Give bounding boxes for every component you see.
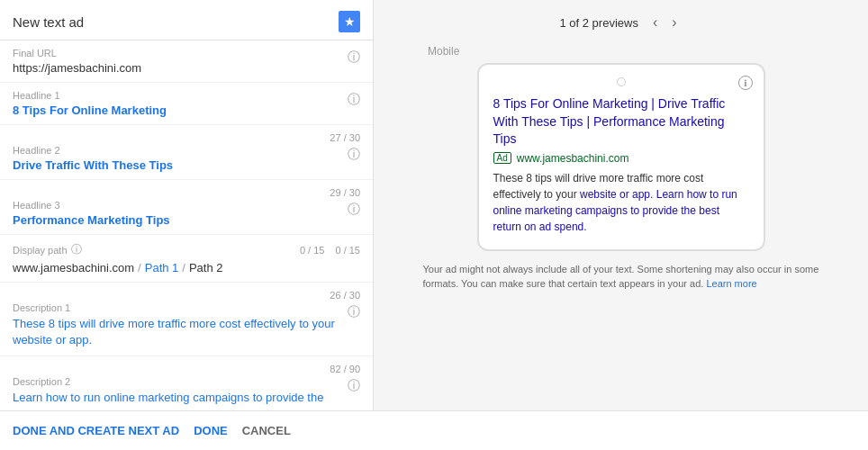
path2-value[interactable]: Path 2 [189, 261, 223, 274]
headline2-counter: 27 / 30 [13, 132, 360, 143]
done-button[interactable]: DONE [194, 420, 228, 441]
headline1-main: Headline 1 8 Tips For Online Marketing [13, 90, 340, 117]
headline3-section: 29 / 30 Headline 3 Performance Marketing… [0, 180, 373, 235]
phone-frame: ℹ 8 Tips For Online Marketing | Drive Tr… [477, 63, 765, 251]
preview-count: 1 of 2 previews [559, 16, 637, 30]
headline3-label: Headline 3 [13, 200, 340, 211]
footer: DONE AND CREATE NEXT AD DONE CANCEL [0, 410, 868, 450]
description1-main: Description 1 These 8 tips will drive mo… [13, 302, 340, 348]
final-url-row: Final URL https://jamesbachini.com ⓘ [13, 48, 360, 75]
display-path-help-icon[interactable]: ⓘ [71, 242, 82, 257]
ad-display-url: www.jamesbachini.com [517, 152, 629, 165]
headline2-main: Headline 2 Drive Traffic With These Tips [13, 145, 340, 172]
description1-label: Description 1 [13, 302, 340, 313]
headline1-help-icon[interactable]: ⓘ [348, 92, 360, 108]
description1-section: 26 / 30 Description 1 These 8 tips will … [0, 283, 373, 356]
headline2-help-icon[interactable]: ⓘ [348, 147, 360, 163]
ad-description-text: These 8 tips will drive more traffic mor… [493, 172, 737, 233]
disclaimer-text: Your ad might not always include all of … [405, 251, 837, 302]
headline2-row: Headline 2 Drive Traffic With These Tips… [13, 145, 360, 172]
cancel-button[interactable]: CANCEL [242, 420, 291, 441]
main-content: New text ad ★ Final URL https://jamesbac… [0, 0, 868, 410]
panel-title: New text ad [13, 14, 84, 30]
path-sep2: / [182, 261, 185, 274]
headline3-help-icon[interactable]: ⓘ [348, 202, 360, 218]
headline3-counter: 29 / 30 [13, 187, 360, 198]
headline2-label: Headline 2 [13, 145, 340, 156]
final-url-value: https://jamesbachini.com [13, 61, 340, 75]
path2-counter: 0 / 15 [335, 245, 360, 256]
path1-counter: 0 / 15 [300, 245, 325, 256]
mobile-label: Mobile [428, 45, 459, 58]
headline1-section: Headline 1 8 Tips For Online Marketing ⓘ [0, 83, 373, 125]
ad-info-icon[interactable]: ℹ [738, 76, 753, 90]
ad-headline: 8 Tips For Online Marketing | Drive Traf… [493, 95, 749, 148]
star-icon[interactable]: ★ [339, 11, 360, 32]
left-header: New text ad ★ [0, 0, 373, 40]
ad-desc-link1: website or app. Learn how to run online … [493, 188, 737, 233]
path-sep1: / [138, 261, 141, 274]
phone-camera-icon [617, 77, 626, 86]
ad-preview: 8 Tips For Online Marketing | Drive Traf… [493, 95, 749, 235]
description2-row: Description 2 Learn how to run online ma… [13, 376, 360, 410]
description1-row: Description 1 These 8 tips will drive mo… [13, 302, 360, 348]
description2-label: Description 2 [13, 376, 340, 387]
desc1-counter: 26 / 30 [330, 290, 360, 301]
learn-more-link[interactable]: Learn more [706, 278, 756, 289]
preview-area: Mobile ℹ 8 Tips For Online Marketing | D… [374, 45, 868, 302]
ad-url-row: Ad www.jamesbachini.com [493, 152, 749, 165]
display-path-counters: 0 / 15 0 / 15 [300, 245, 360, 256]
ad-badge: Ad [493, 152, 511, 164]
display-path-base: www.jamesbachini.com [13, 261, 134, 274]
description2-section: 82 / 90 Description 2 Learn how to run o… [0, 356, 373, 410]
description2-help-icon[interactable]: ⓘ [348, 378, 360, 394]
description2-value: Learn how to run online marketing campai… [13, 390, 340, 410]
headline3-main: Headline 3 Performance Marketing Tips [13, 200, 340, 227]
next-preview-button[interactable]: › [666, 13, 682, 32]
final-url-section: Final URL https://jamesbachini.com ⓘ [0, 40, 373, 83]
right-panel: 1 of 2 previews ‹ › Mobile ℹ 8 Tips For … [374, 0, 868, 410]
description1-value: These 8 tips will drive more traffic mor… [13, 316, 340, 348]
final-url-help-icon[interactable]: ⓘ [348, 50, 360, 66]
display-path-section: Display path ⓘ 0 / 15 0 / 15 www.jamesba… [0, 235, 373, 283]
ad-description: These 8 tips will drive more traffic mor… [493, 170, 749, 235]
prev-preview-button[interactable]: ‹ [647, 13, 663, 32]
headline1-value: 8 Tips For Online Marketing [13, 104, 340, 117]
preview-nav: ‹ › [647, 13, 683, 32]
headline2-value: Drive Traffic With These Tips [13, 158, 340, 172]
description1-help-icon[interactable]: ⓘ [348, 304, 360, 320]
headline2-section: 27 / 30 Headline 2 Drive Traffic With Th… [0, 125, 373, 180]
desc2-counter: 82 / 90 [330, 364, 360, 374]
final-url-label: Final URL [13, 48, 340, 58]
headline1-row: Headline 1 8 Tips For Online Marketing ⓘ [13, 90, 360, 117]
left-panel: New text ad ★ Final URL https://jamesbac… [0, 0, 374, 410]
headline3-row: Headline 3 Performance Marketing Tips ⓘ [13, 200, 360, 227]
path1-value[interactable]: Path 1 [145, 261, 179, 274]
headline3-value: Performance Marketing Tips [13, 213, 340, 227]
final-url-main: Final URL https://jamesbachini.com [13, 48, 340, 75]
display-path-label: Display path [13, 245, 68, 256]
preview-header: 1 of 2 previews ‹ › [374, 0, 868, 45]
done-and-create-next-button[interactable]: DONE AND CREATE NEXT AD [13, 420, 179, 441]
description2-main: Description 2 Learn how to run online ma… [13, 376, 340, 410]
disclaimer-content: Your ad might not always include all of … [423, 264, 819, 290]
headline1-label: Headline 1 [13, 90, 340, 101]
